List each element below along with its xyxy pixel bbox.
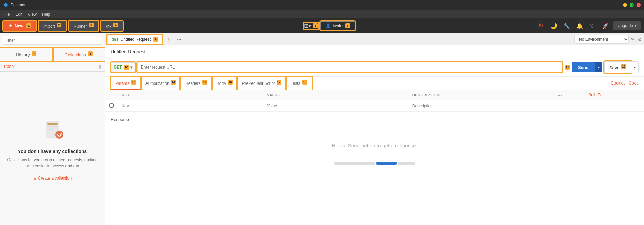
upgrade-button[interactable]: Upgrade▾: [613, 21, 641, 30]
create-collection-link[interactable]: ⊞ Create a collection: [33, 176, 72, 181]
response-hint: Hit the Send button to get a response.: [111, 143, 639, 155]
request-area: Untitled Request GET 10 ▾ 11 Send ▾ Save: [105, 45, 644, 225]
sidebar: History 7 Collections 8 Trash ⊞ You don'…: [0, 33, 105, 225]
rocket-button[interactable]: 🚀: [601, 21, 610, 31]
subtab-prerequest[interactable]: Pre-request Script 17: [237, 77, 286, 90]
toolbar: ＋ New 1 Import 2 Runner 3 ⚙▾ 4 ⊞▾ 5 👤 In…: [0, 18, 644, 33]
bulk-edit-button[interactable]: Bulk Edit: [588, 93, 604, 97]
menu-bar: File Edit View Help: [0, 10, 644, 18]
new-button[interactable]: ＋ New 1: [3, 21, 36, 31]
new-collection-icon[interactable]: ⊞: [97, 64, 101, 69]
subtab-params[interactable]: Params 13: [111, 77, 141, 90]
request-title: Untitled Request: [105, 45, 644, 58]
bar-segment-2: [376, 162, 397, 165]
sidebar-search-container: [0, 33, 105, 48]
tab-method-badge: GET: [112, 38, 119, 41]
new-badge: 1: [26, 23, 31, 28]
invite-button[interactable]: 👤 Invite 6: [320, 21, 355, 30]
app-icon: 🔷: [3, 3, 8, 7]
new-tab-button[interactable]: ＋: [164, 34, 173, 44]
svg-rect-1: [47, 123, 58, 125]
builder-badge: 4: [113, 23, 118, 27]
create-collection-label: Create a collection: [38, 176, 72, 181]
sidebar-item-collections[interactable]: Collections 8: [53, 48, 105, 61]
table-row: [105, 100, 644, 112]
auth-badge: 14: [171, 80, 176, 85]
save-button[interactable]: Save 12: [604, 61, 631, 73]
minimize-button[interactable]: −: [623, 3, 627, 7]
runner-button[interactable]: Runner 3: [69, 21, 98, 31]
runner-label: Runner: [74, 24, 87, 29]
request-subtabs: Params 13 Authorization 14 Headers 15 Bo…: [105, 77, 644, 90]
heart-button[interactable]: ♡: [588, 21, 597, 31]
env-gear-button[interactable]: ⚙: [638, 37, 642, 42]
maximize-button[interactable]: □: [630, 3, 634, 7]
import-badge: 2: [57, 23, 61, 27]
tabs-bar: GET Untitled Request 9 ＋ ••• No Environm…: [105, 33, 644, 45]
svg-rect-2: [47, 126, 58, 127]
row-desc-input[interactable]: [412, 104, 549, 108]
row-key-input[interactable]: [122, 104, 259, 108]
row-checkbox-cell[interactable]: [105, 100, 118, 112]
url-input[interactable]: [137, 62, 562, 72]
request-tab[interactable]: GET Untitled Request 9: [107, 35, 162, 44]
row-value-cell[interactable]: [263, 100, 408, 112]
subtab-headers[interactable]: Headers 15: [180, 77, 212, 90]
sidebar-footer: Trash ⊞: [0, 62, 105, 72]
check-header: [105, 90, 118, 100]
title-bar: 🔷 Postman − □ ✕: [0, 0, 644, 10]
wrench-button[interactable]: 🔧: [562, 21, 571, 31]
env-eye-button[interactable]: 👁: [631, 37, 636, 42]
menu-view[interactable]: View: [28, 12, 37, 17]
sidebar-item-history[interactable]: History 7: [0, 48, 53, 61]
send-dropdown-button[interactable]: ▾: [595, 62, 602, 72]
sync-button[interactable]: ↻: [536, 21, 546, 31]
row-key-cell[interactable]: [118, 100, 263, 112]
svg-point-4: [55, 131, 63, 139]
moon-button[interactable]: 🌙: [549, 21, 559, 31]
app-title: Postman: [11, 3, 26, 7]
tests-badge: 18: [302, 80, 307, 85]
row-checkbox[interactable]: [109, 103, 114, 108]
search-input[interactable]: [3, 36, 102, 45]
collection-empty-icon: [39, 116, 66, 143]
grid-button[interactable]: ⊞▾ 5: [304, 23, 318, 29]
close-button[interactable]: ✕: [637, 3, 641, 7]
menu-help[interactable]: Help: [42, 12, 51, 17]
key-header: KEY: [118, 90, 263, 100]
menu-file[interactable]: File: [3, 12, 10, 17]
save-label: Save: [609, 65, 620, 70]
subtab-authorization[interactable]: Authorization 14: [141, 77, 180, 90]
svg-rect-3: [47, 129, 54, 130]
params-badge: 13: [131, 80, 136, 85]
subtab-tests[interactable]: Tests 18: [286, 77, 312, 90]
sidebar-content: You don't have any collections Collectio…: [0, 72, 105, 225]
save-badge: 12: [621, 64, 626, 69]
menu-edit[interactable]: Edit: [15, 12, 22, 17]
subtab-body[interactable]: Body 16: [212, 77, 237, 90]
trash-link[interactable]: Trash: [3, 64, 14, 69]
method-select[interactable]: GET 10 ▾: [111, 62, 135, 72]
code-link[interactable]: Code: [629, 81, 639, 86]
bar-segment-1: [334, 162, 375, 165]
main-layout: History 7 Collections 8 Trash ⊞ You don'…: [0, 33, 644, 225]
no-collections-desc: Collections let you group related reques…: [7, 157, 98, 169]
response-label: Response: [111, 117, 639, 122]
send-button[interactable]: Send: [572, 62, 595, 72]
tab-name: Untitled Request: [121, 37, 151, 42]
history-tab-label: History: [16, 52, 30, 57]
bell-button[interactable]: 🔔: [575, 21, 584, 31]
environment-select[interactable]: No Environment: [574, 35, 629, 44]
import-button[interactable]: Import 2: [39, 21, 66, 31]
create-collection-icon: ⊞: [33, 176, 37, 181]
row-desc-cell[interactable]: [408, 100, 553, 112]
content-area: GET Untitled Request 9 ＋ ••• No Environm…: [105, 33, 644, 225]
collections-tab-label: Collections: [64, 52, 86, 57]
row-value-input[interactable]: [267, 104, 404, 108]
more-header: •••: [553, 90, 584, 100]
save-dropdown-button[interactable]: ▾: [631, 61, 639, 73]
cookies-link[interactable]: Cookies: [611, 81, 625, 86]
tab-more-button[interactable]: •••: [175, 35, 184, 43]
builder-button[interactable]: ⚙▾ 4: [101, 21, 123, 31]
bulk-edit-header[interactable]: Bulk Edit: [584, 90, 644, 100]
